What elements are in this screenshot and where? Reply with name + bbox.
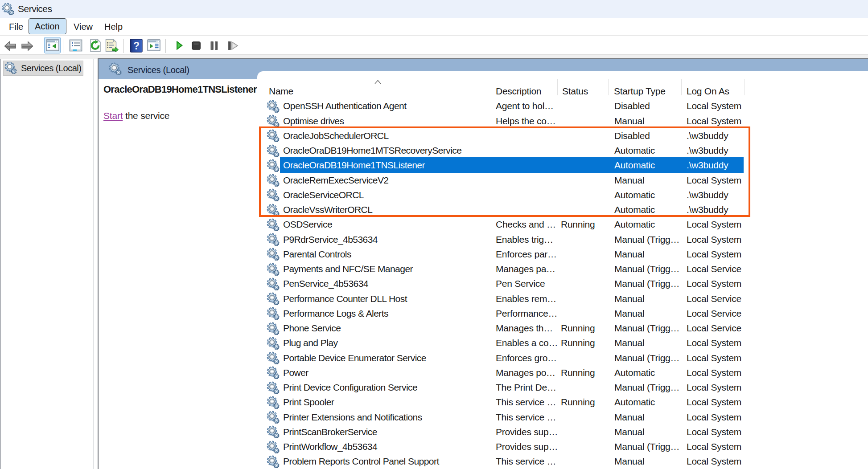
svg-text:?: ? xyxy=(133,40,140,52)
